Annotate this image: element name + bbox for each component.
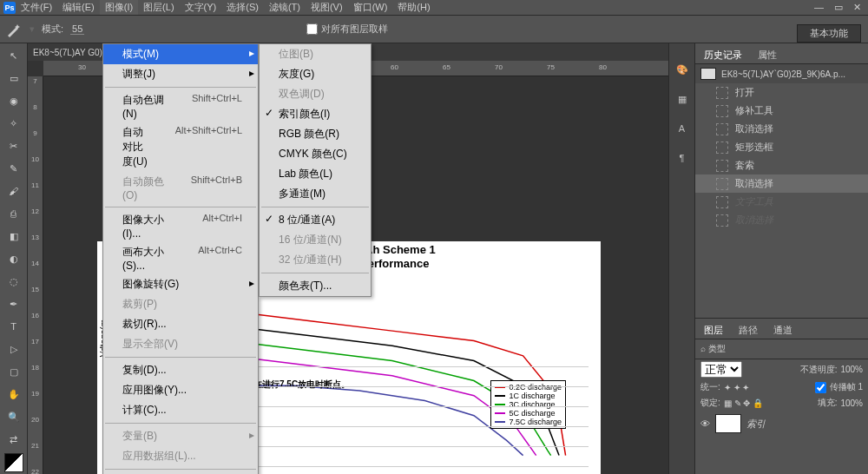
menuitem-bitmap: 位图(B) [260,44,371,64]
hand-tool[interactable]: ✋ [4,385,23,403]
menuitem-color-table[interactable]: 颜色表(T)... [260,276,371,296]
app-icon: Ps [3,2,16,14]
sample-all-layers-checkbox[interactable]: 对所有图层取样 [306,23,388,36]
wand-tool[interactable]: ✧ [4,115,23,132]
opacity-label: 不透明度: [800,364,838,376]
menuitem-grayscale[interactable]: 灰度(G) [260,64,371,84]
menuitem-lab-color[interactable]: Lab 颜色(L) [260,164,371,184]
menu-image[interactable]: 图像(I) [100,0,138,15]
history-panel-tabs: 历史记录 属性 [695,43,868,64]
brush-tool[interactable]: 🖌 [4,182,23,200]
tab-channels[interactable]: 通道 [770,322,796,339]
shape-tool[interactable]: ▢ [4,363,23,380]
history-state[interactable]: 打开 [695,83,868,102]
history-state[interactable]: 取消选择 [695,120,868,138]
menu-layer[interactable]: 图层(L) [138,0,179,15]
history-state[interactable]: 修补工具 [695,102,868,120]
menu-view[interactable]: 视图(V) [306,0,348,15]
tolerance-value[interactable]: 55 [70,23,84,35]
workspace-switcher[interactable]: 基本功能 [797,24,861,43]
menu-edit[interactable]: 编辑(E) [57,0,100,15]
history-panel: EK8~5(7L)AY`G0)2B_9K)6A.p... 打开修补工具取消选择矩… [695,64,868,247]
menu-help[interactable]: 帮助(H) [392,0,435,15]
maximize-icon[interactable]: ▭ [834,2,843,13]
visibility-eye-icon[interactable]: 👁 [700,418,710,429]
lasso-tool[interactable]: ◉ [4,92,23,109]
menu-image-dropdown: 模式(M) 调整(J) 自动色调(N)Shift+Ctrl+L 自动对比度(U)… [102,43,259,474]
history-state[interactable]: 取消选择 [695,211,868,229]
character-panel-icon[interactable]: A [674,120,691,137]
blend-mode-select[interactable]: 正常 [700,361,742,378]
marquee-tool[interactable]: ▭ [4,69,23,87]
close-icon[interactable]: ✕ [853,2,861,13]
menuitem-rgb-color[interactable]: RGB 颜色(R) [260,124,371,144]
menu-filter[interactable]: 滤镜(T) [264,0,306,15]
tab-properties[interactable]: 属性 [754,47,780,63]
layer-item[interactable]: 👁 索引 [695,411,868,437]
menu-select[interactable]: 选择(S) [221,0,264,15]
menuitem-auto-tone[interactable]: 自动色调(N)Shift+Ctrl+L [103,90,258,122]
menu-type[interactable]: 文字(Y) [180,0,222,15]
menuitem-auto-contrast[interactable]: 自动对比度(U)Alt+Shift+Ctrl+L [103,122,258,172]
lock-label: 锁定: [700,397,720,409]
path-tool[interactable]: ▷ [4,340,23,358]
foreground-background-colors[interactable] [4,453,23,472]
menuitem-duplicate[interactable]: 复制(D)... [103,360,258,380]
minimize-icon[interactable]: — [814,2,824,13]
menu-window[interactable]: 窗口(W) [348,0,393,15]
history-state[interactable]: 套索 [695,156,868,174]
menuitem-indexed-color[interactable]: 索引颜色(I) [260,104,371,124]
history-state-icon [716,123,728,135]
swap-colors-icon[interactable]: ⇄ [4,431,23,448]
menuitem-image-size[interactable]: 图像大小(I)...Alt+Ctrl+I [103,210,258,242]
unify-label: 统一: [700,381,720,393]
ruler-vertical[interactable]: 789101112131415161718192021222324 [28,76,43,474]
history-state-icon [716,196,728,208]
swatches-panel-icon[interactable]: ▦ [674,90,691,108]
menuitem-trim[interactable]: 裁切(R)... [103,314,258,334]
titlebar: Ps 文件(F) 编辑(E) 图像(I) 图层(L) 文字(Y) 选择(S) 滤… [0,0,868,16]
menuitem-crop: 裁剪(P) [103,294,258,314]
eyedropper-tool[interactable]: ✎ [4,160,23,177]
menuitem-8bit[interactable]: 8 位/通道(A) [260,210,371,230]
tab-history[interactable]: 历史记录 [700,47,746,63]
menu-file[interactable]: 文件(F) [16,0,57,15]
right-panels: 历史记录 属性 EK8~5(7L)AY`G0)2B_9K)6A.p... 打开修… [694,43,868,474]
stamp-tool[interactable]: ⎙ [4,205,23,222]
history-state[interactable]: 文字工具 [695,193,868,211]
menuitem-reveal-all: 显示全部(V) [103,334,258,354]
window-controls: — ▭ ✕ [814,2,861,13]
crop-tool[interactable]: ✂ [4,137,23,155]
menuitem-duotone: 双色调(D) [260,84,371,104]
gradient-tool[interactable]: ◐ [4,250,23,267]
tab-layers[interactable]: 图层 [700,322,727,339]
menuitem-multichannel[interactable]: 多通道(M) [260,184,371,204]
eraser-tool[interactable]: ◧ [4,227,23,245]
menuitem-image-rotation[interactable]: 图像旋转(G) [103,274,258,294]
history-snapshot[interactable]: EK8~5(7L)AY`G0)2B_9K)6A.p... [695,64,868,83]
history-state[interactable]: 取消选择 [695,174,868,193]
tab-paths[interactable]: 路径 [735,322,761,339]
opacity-value[interactable]: 100% [840,365,863,374]
history-state[interactable]: 矩形选框 [695,138,868,156]
propagate-frame-checkbox[interactable] [815,382,826,393]
fill-value[interactable]: 100% [840,398,863,408]
layers-panel: 图层 路径 通道 ⌕ 类型 正常 不透明度: 100% 统一: ✦ ✦ ✦ 传播… [695,318,868,474]
paragraph-panel-icon[interactable]: ¶ [674,149,691,167]
move-tool[interactable]: ↖ [4,47,23,64]
blur-tool[interactable]: ◌ [4,273,23,290]
pen-tool[interactable]: ✒ [4,295,23,313]
color-panel-icon[interactable]: 🎨 [674,61,691,78]
menuitem-adjustments[interactable]: 调整(J) [103,64,258,84]
menuitem-mode[interactable]: 模式(M) [103,44,258,64]
zoom-tool[interactable]: 🔍 [4,408,23,425]
history-state-icon [716,87,728,99]
menuitem-cmyk-color[interactable]: CMYK 颜色(C) [260,144,371,164]
type-tool[interactable]: T [4,318,23,335]
menuitem-canvas-size[interactable]: 画布大小(S)...Alt+Ctrl+C [103,242,258,274]
menuitem-apply-data-sets: 应用数据组(L)... [103,446,258,466]
menuitem-apply-image[interactable]: 应用图像(Y)... [103,380,258,400]
history-state-icon [716,105,728,117]
menuitem-calculations[interactable]: 计算(C)... [103,400,258,420]
layer-thumbnail [715,414,741,433]
